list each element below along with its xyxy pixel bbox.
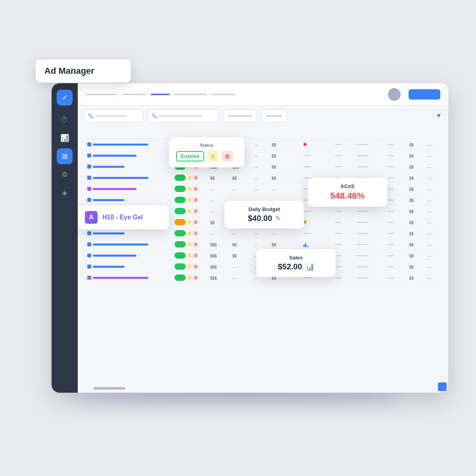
row-status-toggle[interactable] (175, 175, 186, 181)
row-extra-line (335, 155, 342, 156)
row-extra-line (388, 188, 394, 190)
scroll-bar[interactable] (94, 387, 125, 390)
row-name-bar (87, 187, 168, 191)
row-pause-btn[interactable]: ⏸ (186, 242, 192, 247)
row-extra-line (388, 266, 394, 267)
scroll-corner-btn[interactable] (438, 382, 447, 391)
user-avatar[interactable] (388, 88, 401, 101)
row-del-btn[interactable]: 🗑 (193, 253, 198, 258)
row-name-bar (87, 165, 168, 169)
row-name-bar (87, 231, 168, 235)
row-dollar-cell: — (229, 272, 251, 283)
row-pause-btn[interactable]: ⏸ (186, 264, 192, 269)
table-row: ⏸ 🗑 $$$$$$—$$$$— (84, 161, 442, 172)
table-row: ⏸ 🗑 ————$$— (84, 183, 442, 194)
row-dollar-value: $$ (210, 176, 215, 180)
row-name-cell (84, 250, 171, 261)
row-dollar-cell: — (251, 228, 269, 239)
row-extra-line (335, 211, 342, 212)
filter-pill-1[interactable] (223, 109, 257, 122)
row-status-group: ⏸ 🗑 (175, 252, 204, 259)
row-status-cell: ⏸ 🗑 (171, 183, 207, 194)
sidebar-item-grid[interactable]: ⊞ (57, 148, 73, 164)
status-controls: Enabled ⏸ 🗑 (176, 151, 237, 162)
scene: Ad Manager ✓ ⏱ 📊 ⊞ ⚙ ◈ (28, 52, 448, 393)
row-del-btn[interactable]: 🗑 (193, 242, 198, 247)
row-extra-cell (384, 172, 406, 183)
row-pause-btn[interactable]: ⏸ (186, 197, 192, 203)
topbar-action-button[interactable] (409, 89, 440, 100)
row-status-group: ⏸ 🗑 (175, 219, 204, 225)
sales-label: Sales (263, 255, 328, 261)
row-dollar-cell: — (229, 183, 251, 194)
row-pause-btn[interactable]: ⏸ (186, 175, 192, 180)
row-extra-cell (332, 217, 353, 228)
row-status-toggle[interactable] (175, 186, 186, 192)
row-status-toggle[interactable] (175, 274, 186, 281)
row-dollar-cell: — (229, 228, 251, 239)
row-indicator-cell (300, 217, 332, 228)
row-status-cell: ⏸ 🗑 (171, 250, 207, 261)
row-pause-btn[interactable]: ⏸ (186, 208, 192, 214)
row-del-btn[interactable]: 🗑 (193, 208, 198, 214)
enabled-badge[interactable]: Enabled (176, 151, 204, 161)
row-del-btn[interactable]: 🗑 (193, 219, 198, 225)
row-extra-line (388, 166, 394, 167)
row-pause-btn[interactable]: ⏸ (186, 253, 192, 258)
row-pause-btn[interactable]: ⏸ (186, 275, 192, 280)
row-extra-line (357, 211, 369, 212)
row-extra-line (388, 255, 394, 256)
sidebar-item-cube[interactable]: ◈ (57, 185, 73, 201)
row-pause-btn[interactable]: ⏸ (186, 186, 192, 192)
row-status-toggle[interactable] (175, 263, 186, 270)
row-dollar-cell: — (269, 228, 300, 239)
filter-icon[interactable]: ▼ (436, 112, 442, 119)
row-del-btn[interactable]: 🗑 (193, 275, 198, 280)
row-last-dash: — (428, 176, 432, 180)
row-del-btn[interactable]: 🗑 (193, 230, 198, 236)
row-status-toggle[interactable] (175, 230, 186, 236)
secondary-search[interactable]: 🔍 (148, 109, 219, 122)
row-extra-line (335, 266, 342, 267)
budget-edit-icon[interactable]: ✎ (275, 215, 280, 222)
filter-pill-2[interactable] (261, 109, 287, 122)
sales-tooltip: Sales $52.00 📊 (256, 249, 336, 277)
row-indicator-cell (300, 205, 332, 217)
row-status-toggle[interactable] (175, 197, 186, 203)
sidebar-item-chart[interactable]: 📊 (57, 130, 73, 146)
row-extra-line (335, 144, 342, 145)
row-name-line (93, 255, 136, 257)
row-last-dash: — (428, 209, 432, 214)
pause-button[interactable]: ⏸ (207, 151, 219, 162)
table-row: ⏸ 🗑 $$$$$$—$$$$— (84, 139, 442, 150)
search-icon: 🔍 (88, 113, 94, 119)
row-last-dollar: $$ (409, 165, 414, 169)
sidebar-item-settings[interactable]: ⚙ (57, 167, 73, 182)
row-status-toggle[interactable] (175, 219, 186, 225)
orange-indicator (303, 221, 307, 224)
row-extra-cell (353, 239, 384, 250)
row-last-dollar: $$ (409, 254, 414, 258)
delete-button[interactable]: 🗑 (222, 151, 233, 162)
row-status-toggle[interactable] (175, 252, 186, 259)
row-status-cell: ⏸ 🗑 (171, 272, 207, 283)
row-status-toggle[interactable] (175, 241, 186, 248)
col-acos (269, 126, 300, 139)
row-del-btn[interactable]: 🗑 (193, 264, 198, 269)
row-del-btn[interactable]: 🗑 (193, 197, 198, 203)
row-extra-cell (384, 161, 406, 172)
sidebar-item-clock[interactable]: ⏱ (57, 112, 73, 128)
sidebar-logo[interactable]: ✓ (57, 90, 73, 106)
row-del-btn[interactable]: 🗑 (193, 186, 198, 192)
sales-chart-icon[interactable]: 📊 (305, 263, 314, 271)
row-pause-btn[interactable]: ⏸ (186, 230, 192, 236)
row-last-dollar: $$ (409, 187, 414, 192)
main-search[interactable]: 🔍 (84, 109, 144, 122)
row-dollar-cell: $$ (269, 172, 300, 183)
col-sales (251, 126, 269, 139)
row-del-btn[interactable]: 🗑 (193, 175, 198, 180)
row-status-toggle[interactable] (175, 208, 186, 214)
row-pause-btn[interactable]: ⏸ (186, 219, 192, 225)
row-dollar-value: $$ (272, 176, 276, 180)
row-extra-cell (384, 139, 406, 150)
